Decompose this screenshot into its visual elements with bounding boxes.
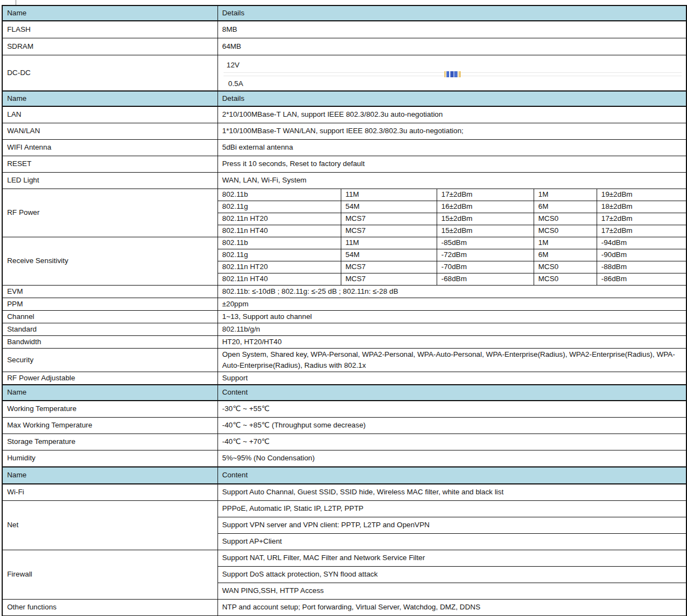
header-content-cell: Content [217,385,686,401]
rf-cell: MCS0 [534,213,597,225]
flash-name-cell: FLASH [2,21,217,38]
row-net-1: Net PPPoE, Automatic IP, Static IP, L2TP… [2,501,686,517]
row-led-light: LED Light WAN, LAN, Wi-Fi, System [2,173,686,189]
row-wifi: Wi-Fi Support Auto Channal, Guest SSID, … [2,484,686,501]
reset-name-cell: RESET [2,156,217,173]
row-working-temperature: Working Temperature -30℃ ~ +55℃ [2,401,686,418]
standard-details-cell: 802.11b/g/n [217,323,686,336]
rs-cell: 802.11n HT40 [217,273,341,286]
row-evm: EVM 802.11b: ≤-10dB ; 802.11g: ≤-25 dB ;… [2,286,686,298]
broken-image-icon [444,71,461,77]
rs-cell: 54M [341,249,437,261]
storage-temp-details-cell: -40℃ ~ +70℃ [217,434,686,450]
header-details-cell: Details [217,91,686,106]
storage-temp-name-cell: Storage Temperature [2,434,217,450]
channel-name-cell: Channel [2,311,217,323]
firewall-details-cell: WAN PING,SSH, HTTP Access [217,583,686,600]
wifi-details-cell: Support Auto Channal, Guest SSID, SSID h… [217,484,686,501]
rf-cell: 54M [341,201,437,213]
net-name-cell: Net [2,501,217,550]
ppm-name-cell: PPM [2,298,217,311]
rf-cell: 802.11n HT20 [217,213,341,225]
header-name-cell: Name [2,467,217,484]
spec-document: Name Details FLASH 8MB SDRAM 64MB DC-DC … [0,0,687,616]
row-wifi-antenna: WIFI Antenna 5dBi external antenna [2,140,686,156]
rs-cell: -70dBm [437,261,534,273]
other-functions-name-cell: Other functions [2,600,217,616]
rs-cell: 802.11b [217,237,341,249]
row-flash: FLASH 8MB [2,21,686,38]
rf-cell: 802.11n HT40 [217,225,341,237]
row-dcdc: DC-DC 12V 0.5A [2,55,686,92]
rf-cell: 17±2dBm [597,213,686,225]
rf-cell: 15±2dBm [437,225,534,237]
wifi-name-cell: Wi-Fi [2,484,217,501]
led-name-cell: LED Light [2,173,217,189]
dcdc-details-cell: 12V 0.5A [217,55,686,92]
stray-mark [15,0,16,5]
led-details-cell: WAN, LAN, Wi-Fi, System [217,173,686,189]
standard-name-cell: Standard [2,323,217,336]
rf-adjustable-name-cell: RF Power Adjustable [2,372,217,385]
receive-sensitivity-row-1: Receive Sensitivity 802.11b 11M -85dBm 1… [2,237,686,249]
rs-cell: MCS7 [341,261,437,273]
rf-cell: 19±2dBm [597,189,686,201]
working-temp-details-cell: -30℃ ~ +55℃ [217,401,686,418]
rs-cell: -72dBm [437,249,534,261]
rs-cell: -68dBm [437,273,534,286]
rf-cell: 11M [341,189,437,201]
rf-power-row-1: RF Power 802.11b 11M 17±2dBm 1M 19±2dBm [2,189,686,201]
security-name-cell: Security [2,349,217,372]
header-name-cell: Name [2,5,217,21]
rf-cell: 17±2dBm [437,189,534,201]
firewall-details-cell: Support NAT, URL Filter, MAC Filter and … [217,550,686,567]
header-name-cell: Name [2,91,217,106]
rs-cell: -88dBm [597,261,686,273]
rf-cell: MCS7 [341,225,437,237]
rf-cell: 15±2dBm [437,213,534,225]
rf-adjustable-details-cell: Support [217,372,686,385]
security-details-cell: Open System, Shared key, WPA-Personal, W… [217,349,686,372]
ppm-details-cell: ±20ppm [217,298,686,311]
software-header-row: Name Content [2,467,686,484]
receive-sensitivity-name-cell: Receive Sensitivity [2,237,217,286]
dcdc-current: 0.5A [222,76,683,89]
antenna-details-cell: 5dBi external antenna [217,140,686,156]
firewall-details-cell: Support DoS attack protection, SYN flood… [217,567,686,583]
rf-cell: 1M [534,189,597,201]
header-content-cell: Content [217,467,686,484]
lan-details-cell: 2*10/100MBase-T LAN, support IEEE 802.3/… [217,106,686,123]
net-details-cell: Support AP+Client [217,534,686,550]
rf-cell: 16±2dBm [437,201,534,213]
rs-cell: 11M [341,237,437,249]
evm-details-cell: 802.11b: ≤-10dB ; 802.11g: ≤-25 dB ; 802… [217,286,686,298]
flash-details-cell: 8MB [217,21,686,38]
rs-cell: -94dBm [597,237,686,249]
row-security: Security Open System, Shared key, WPA-Pe… [2,349,686,372]
rs-cell: 6M [534,249,597,261]
environment-header-row: Name Content [2,385,686,401]
lan-name-cell: LAN [2,106,217,123]
rf-power-name-cell: RF Power [2,189,217,237]
dcdc-voltage: 12V [222,57,683,71]
wanlan-name-cell: WAN/LAN [2,123,217,140]
sdram-name-cell: SDRAM [2,38,217,55]
humidity-details-cell: 5%~95% (No Condensation) [217,450,686,467]
rs-cell: 802.11n HT20 [217,261,341,273]
working-temp-name-cell: Working Temperature [2,401,217,418]
header-name-cell: Name [2,385,217,401]
row-humidity: Humidity 5%~95% (No Condensation) [2,450,686,467]
row-bandwidth: Bandwidth HT20, HT20/HT40 [2,336,686,349]
max-temp-name-cell: Max Working Temperature [2,418,217,434]
antenna-name-cell: WIFI Antenna [2,140,217,156]
row-standard: Standard 802.11b/g/n [2,323,686,336]
net-details-cell: Support VPN server and VPN client: PPTP,… [217,517,686,534]
rf-cell: 18±2dBm [597,201,686,213]
row-lan: LAN 2*10/100MBase-T LAN, support IEEE 80… [2,106,686,123]
interface-header-row: Name Details [2,91,686,106]
reset-details-cell: Press it 10 seconds, Reset to factory de… [217,156,686,173]
row-firewall-1: Firewall Support NAT, URL Filter, MAC Fi… [2,550,686,567]
row-other-functions: Other functions NTP and account setup; P… [2,600,686,616]
rs-cell: MCS7 [341,273,437,286]
row-wan-lan: WAN/LAN 1*10/100MBase-T WAN/LAN, support… [2,123,686,140]
